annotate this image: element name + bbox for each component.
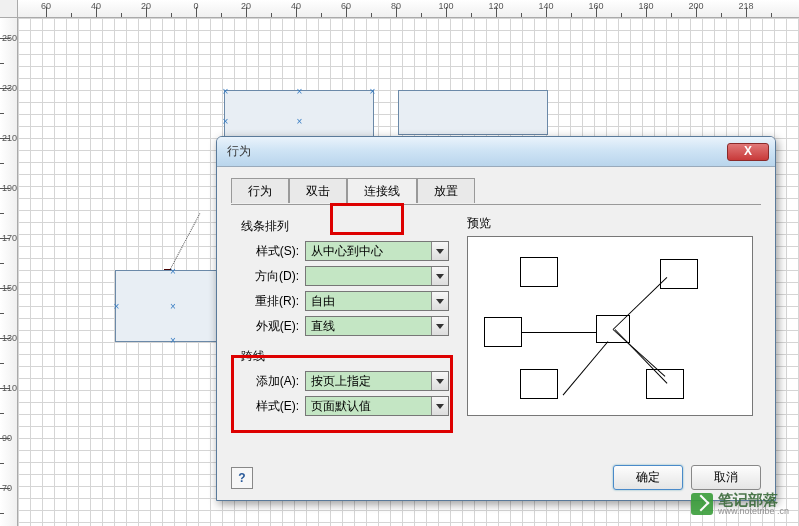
connection-point[interactable]: ×	[295, 117, 304, 126]
style-dropdown[interactable]: 从中心到中心	[305, 241, 449, 261]
ok-button[interactable]: 确定	[613, 465, 683, 490]
watermark-url: www.notetribe .cn	[718, 507, 789, 516]
ruler-corner	[0, 0, 18, 18]
tab-behavior[interactable]: 行为	[231, 178, 289, 203]
connection-point[interactable]: ×	[169, 267, 178, 276]
dialog-title: 行为	[223, 143, 727, 160]
form-column: 线条排列 样式(S): 从中心到中心 方向(D): 重排(R): 自由 外观(E…	[239, 215, 449, 454]
preview-edge	[613, 277, 668, 330]
preview-box	[467, 236, 753, 416]
help-button[interactable]: ?	[231, 467, 253, 489]
preview-node	[660, 259, 698, 289]
tab-connector[interactable]: 连接线	[347, 178, 417, 203]
connection-point[interactable]: ×	[221, 117, 230, 126]
vertical-ruler: 2502302101901701501301109070	[0, 18, 18, 526]
watermark: 笔记部落 www.notetribe .cn	[691, 492, 789, 516]
chevron-down-icon	[431, 372, 448, 390]
connection-point[interactable]: ×	[169, 336, 178, 345]
connection-point[interactable]: ×	[295, 87, 304, 96]
section-line-jumps: 跨线	[241, 348, 449, 365]
chevron-down-icon	[431, 317, 448, 335]
direction-dropdown[interactable]	[305, 266, 449, 286]
connection-point[interactable]: ×	[112, 302, 121, 311]
cancel-button[interactable]: 取消	[691, 465, 761, 490]
add-dropdown[interactable]: 按页上指定	[305, 371, 449, 391]
chevron-down-icon	[431, 242, 448, 260]
watermark-text: 笔记部落	[718, 492, 789, 507]
style-label: 样式(S):	[239, 243, 299, 260]
horizontal-ruler: 604020020406080100120140160180200218	[18, 0, 799, 18]
chevron-down-icon	[431, 397, 448, 415]
direction-label: 方向(D):	[239, 268, 299, 285]
preview-title: 预览	[467, 215, 753, 232]
shape-rect-3[interactable]: × × × × ×	[115, 270, 230, 342]
chevron-down-icon	[431, 267, 448, 285]
preview-node	[484, 317, 522, 347]
preview-node	[520, 257, 558, 287]
section-line-routing: 线条排列	[241, 218, 449, 235]
dialog-titlebar[interactable]: 行为 X	[217, 137, 775, 167]
tab-strip: 行为 双击 连接线 放置	[231, 177, 761, 202]
style2-label: 样式(E):	[239, 398, 299, 415]
preview-edge	[563, 341, 609, 395]
preview-node	[520, 369, 558, 399]
connection-point[interactable]: ×	[368, 87, 377, 96]
preview-column: 预览	[467, 215, 753, 454]
appearance-dropdown[interactable]: 直线	[305, 316, 449, 336]
style2-dropdown[interactable]: 页面默认值	[305, 396, 449, 416]
dialog-footer: ? 确定 取消	[231, 465, 761, 490]
preview-node	[646, 369, 684, 399]
appearance-label: 外观(E):	[239, 318, 299, 335]
add-label: 添加(A):	[239, 373, 299, 390]
reroute-dropdown[interactable]: 自由	[305, 291, 449, 311]
reroute-label: 重排(R):	[239, 293, 299, 310]
connection-point[interactable]: ×	[169, 302, 178, 311]
connector-line[interactable]	[168, 213, 201, 274]
connection-point[interactable]: ×	[221, 87, 230, 96]
preview-edge	[522, 332, 596, 333]
shape-rect-2[interactable]	[398, 90, 548, 135]
watermark-logo-icon	[691, 493, 713, 515]
close-button[interactable]: X	[727, 143, 769, 161]
behavior-dialog: 行为 X 行为 双击 连接线 放置 线条排列 样式(S): 从中心到中心 方向(…	[216, 136, 776, 501]
chevron-down-icon	[431, 292, 448, 310]
preview-edge	[613, 329, 666, 377]
tab-placement[interactable]: 放置	[417, 178, 475, 203]
tab-doubleclick[interactable]: 双击	[289, 178, 347, 203]
